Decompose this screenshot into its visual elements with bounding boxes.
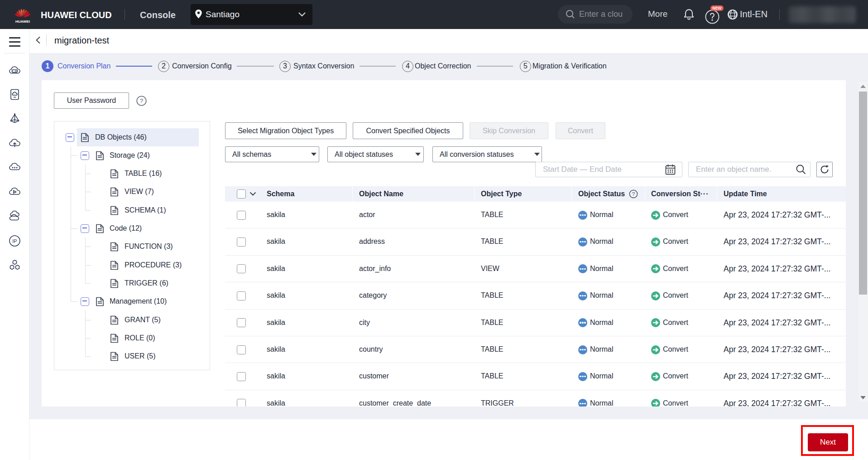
svg-text:?: ? [632, 191, 635, 197]
svg-text:HUAWEI: HUAWEI [15, 19, 30, 24]
svg-text:IP: IP [12, 238, 17, 244]
svg-text:?: ? [140, 97, 144, 104]
